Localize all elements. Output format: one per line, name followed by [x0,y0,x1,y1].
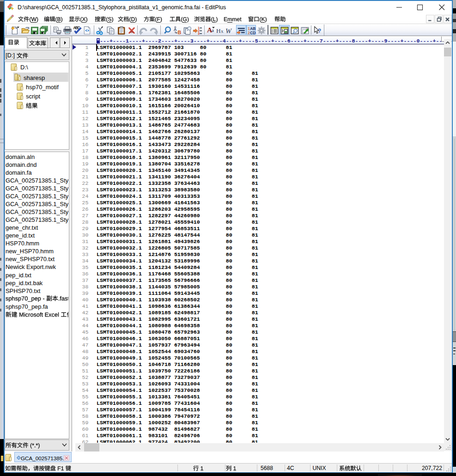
svg-text:a: a [212,27,214,33]
svg-text:H: H [216,27,221,34]
svg-text:CD: CD [250,31,255,35]
svg-text:?: ? [317,27,321,34]
svg-text:x: x [221,28,224,34]
svg-text:W: W [225,26,232,34]
svg-text:A: A [174,27,177,32]
svg-text:3: 3 [198,31,200,35]
svg-text:B: B [178,30,182,35]
